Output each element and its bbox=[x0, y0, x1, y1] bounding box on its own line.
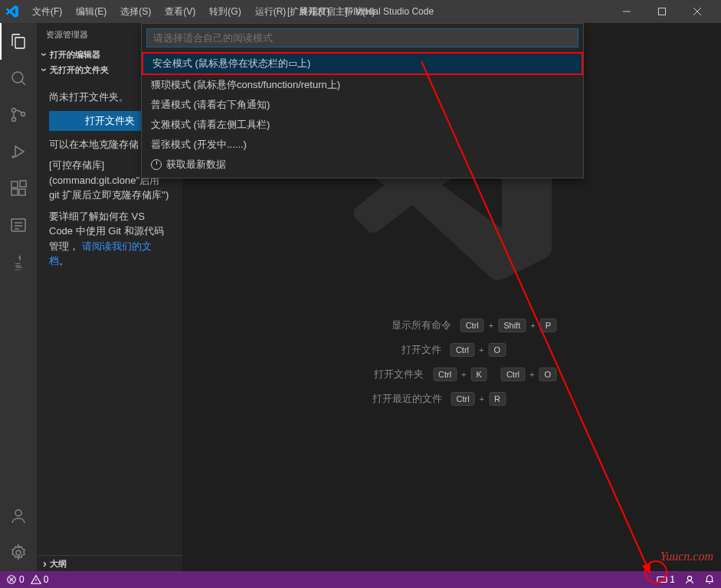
svg-point-15 bbox=[687, 577, 691, 580]
svg-point-2 bbox=[12, 109, 16, 113]
key: P bbox=[540, 318, 556, 332]
vscode-logo-icon bbox=[6, 5, 18, 18]
svg-point-3 bbox=[12, 118, 16, 122]
key: K bbox=[471, 368, 487, 381]
dropdown-input[interactable] bbox=[146, 28, 578, 47]
svg-rect-6 bbox=[11, 181, 18, 188]
svg-point-12 bbox=[16, 550, 21, 555]
svg-rect-14 bbox=[657, 577, 667, 583]
watermark-text: Yuucn.com bbox=[660, 550, 713, 564]
dropdown-item-refresh[interactable]: 获取最新数据 bbox=[142, 155, 583, 175]
dropdown-item-xiaozhang[interactable]: 嚣张模式 (开发中......) bbox=[142, 135, 583, 155]
svg-point-5 bbox=[12, 156, 14, 158]
key: Ctrl bbox=[460, 318, 484, 332]
key: O bbox=[539, 368, 556, 381]
activity-settings[interactable] bbox=[0, 534, 37, 571]
status-errors[interactable]: 0 bbox=[6, 574, 25, 585]
svg-rect-9 bbox=[20, 181, 26, 187]
dropdown-item-elegant[interactable]: 文雅模式 (请看左侧工具栏) bbox=[142, 115, 583, 135]
key: Ctrl bbox=[433, 368, 457, 381]
menu-view[interactable]: 查看(V) bbox=[159, 2, 202, 21]
menu-run[interactable]: 运行(R) bbox=[249, 2, 293, 21]
status-feedback-icon[interactable] bbox=[684, 574, 695, 585]
shortcut-label-recent: 打开最近的文件 bbox=[365, 392, 442, 406]
mode-dropdown: 安全模式 (鼠标悬停在状态栏的▭上) 猥琐模式 (鼠标悬停const/funct… bbox=[141, 23, 584, 178]
menu-file[interactable]: 文件(F) bbox=[26, 2, 68, 21]
activity-java[interactable] bbox=[0, 243, 37, 280]
shortcut-label-openfolder: 打开文件夹 bbox=[347, 368, 424, 381]
menu-edit[interactable]: 编辑(E) bbox=[70, 2, 113, 21]
key: O bbox=[488, 343, 506, 357]
menu-selection[interactable]: 选择(S) bbox=[114, 2, 157, 21]
svg-rect-7 bbox=[11, 189, 18, 195]
activity-explorer[interactable] bbox=[0, 23, 37, 60]
minimize-button[interactable] bbox=[609, 0, 644, 23]
key: Ctrl bbox=[451, 392, 475, 406]
key: Ctrl bbox=[501, 368, 525, 381]
shortcut-label-commands: 显示所有命令 bbox=[375, 318, 451, 332]
activity-list[interactable] bbox=[0, 207, 37, 243]
svg-point-1 bbox=[12, 72, 23, 83]
activity-run-debug[interactable] bbox=[0, 133, 37, 170]
activity-extensions[interactable] bbox=[0, 170, 37, 207]
activity-source-control[interactable] bbox=[0, 96, 37, 133]
clock-icon bbox=[151, 159, 162, 170]
dropdown-item-normal[interactable]: 普通模式 (请看右下角通知) bbox=[142, 95, 583, 115]
maximize-button[interactable] bbox=[644, 0, 680, 23]
svg-rect-0 bbox=[659, 8, 666, 15]
key: R bbox=[489, 392, 506, 406]
svg-point-4 bbox=[21, 113, 25, 116]
close-button[interactable] bbox=[680, 0, 715, 23]
activity-account[interactable] bbox=[0, 498, 37, 534]
repo-hint: [可控存储库] bbox=[49, 159, 104, 171]
dropdown-item-safe[interactable]: 安全模式 (鼠标悬停在状态栏的▭上) bbox=[142, 52, 583, 75]
outline-section[interactable]: 大纲 bbox=[37, 555, 182, 571]
key: Ctrl bbox=[451, 343, 474, 357]
key: Shift bbox=[498, 318, 526, 332]
status-reading-mode[interactable]: 1 bbox=[657, 574, 675, 585]
activity-search[interactable] bbox=[0, 60, 37, 96]
dropdown-item-weisuo[interactable]: 猥琐模式 (鼠标悬停const/function/return上) bbox=[142, 75, 583, 95]
svg-point-11 bbox=[15, 510, 21, 516]
status-bell-icon[interactable] bbox=[704, 574, 715, 585]
shortcut-label-openfile: 打开文件 bbox=[365, 343, 441, 357]
status-warnings[interactable]: 0 bbox=[31, 574, 49, 585]
svg-rect-8 bbox=[19, 189, 25, 195]
window-title: [扩展开发宿主] - Visual Studio Code bbox=[287, 5, 434, 18]
menu-go[interactable]: 转到(G) bbox=[203, 2, 247, 21]
